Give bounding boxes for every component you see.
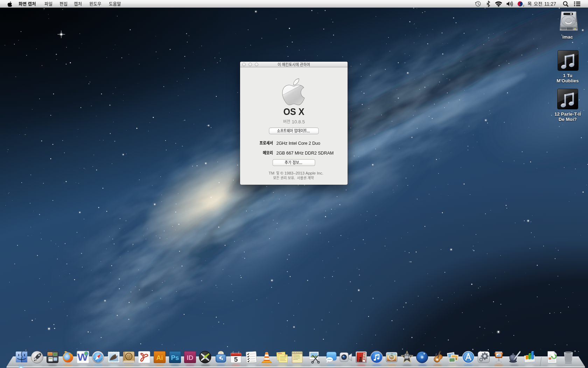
svg-text:ID: ID bbox=[187, 354, 194, 361]
svg-text:5: 5 bbox=[234, 356, 238, 363]
svg-text:2: 2 bbox=[523, 5, 524, 7]
svg-text:@: @ bbox=[126, 354, 132, 360]
svg-text:Ai: Ai bbox=[156, 354, 163, 361]
svg-text:© 1983–2013 Apple Inc.: © 1983–2013 Apple Inc. bbox=[280, 171, 323, 175]
svg-text:10.8.5: 10.8.5 bbox=[292, 119, 305, 124]
svg-text:2GHz Intel Core 2 Duo: 2GHz Intel Core 2 Duo bbox=[276, 141, 320, 146]
svg-text:TM: TM bbox=[269, 171, 275, 175]
svg-text:Ps: Ps bbox=[171, 354, 179, 361]
svg-text:2GB 667 MHz DDR2 SDRAM: 2GB 667 MHz DDR2 SDRAM bbox=[276, 151, 334, 156]
svg-text:11:27: 11:27 bbox=[544, 1, 556, 7]
